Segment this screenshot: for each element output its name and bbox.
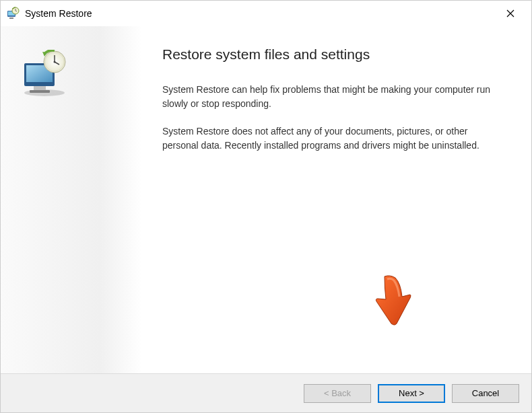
titlebar: System Restore: [1, 1, 531, 26]
cancel-button[interactable]: Cancel: [452, 384, 519, 403]
content-area: risk.com: [1, 26, 531, 373]
page-heading: Restore system files and settings: [162, 46, 491, 63]
system-restore-window: System Restore risk.com: [0, 0, 532, 413]
back-button: < Back: [304, 384, 371, 403]
window-title: System Restore: [25, 8, 495, 19]
svg-rect-9: [34, 86, 46, 90]
system-restore-icon: [6, 7, 20, 20]
restore-graphic-icon: [18, 50, 71, 97]
wizard-button-bar: < Back Next > Cancel: [1, 373, 531, 412]
description-paragraph-2: System Restore does not affect any of yo…: [162, 124, 491, 153]
close-button[interactable]: [495, 3, 526, 24]
svg-rect-2: [9, 17, 13, 19]
wizard-sidebar: [1, 26, 142, 373]
description-paragraph-1: System Restore can help fix problems tha…: [162, 83, 491, 111]
svg-rect-10: [30, 90, 50, 93]
next-button[interactable]: Next >: [378, 384, 445, 403]
wizard-main-content: Restore system files and settings System…: [142, 26, 531, 373]
svg-point-15: [54, 61, 56, 63]
